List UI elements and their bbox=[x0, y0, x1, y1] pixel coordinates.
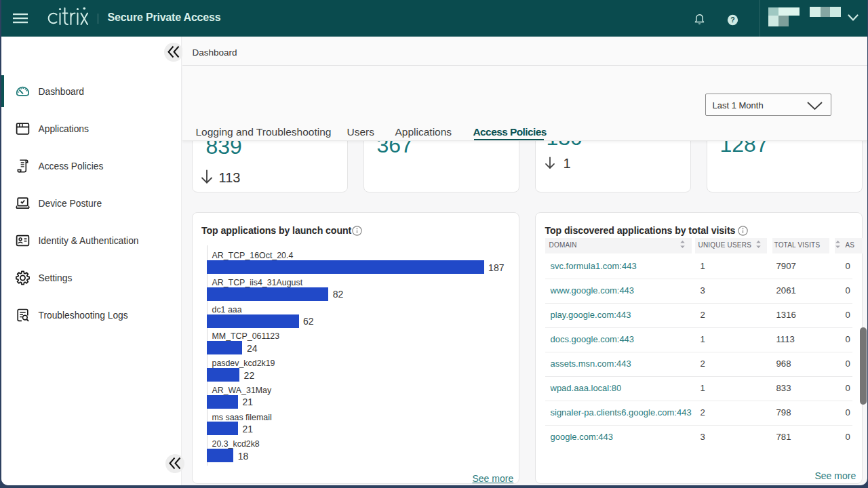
svg-text:?: ? bbox=[730, 16, 734, 24]
